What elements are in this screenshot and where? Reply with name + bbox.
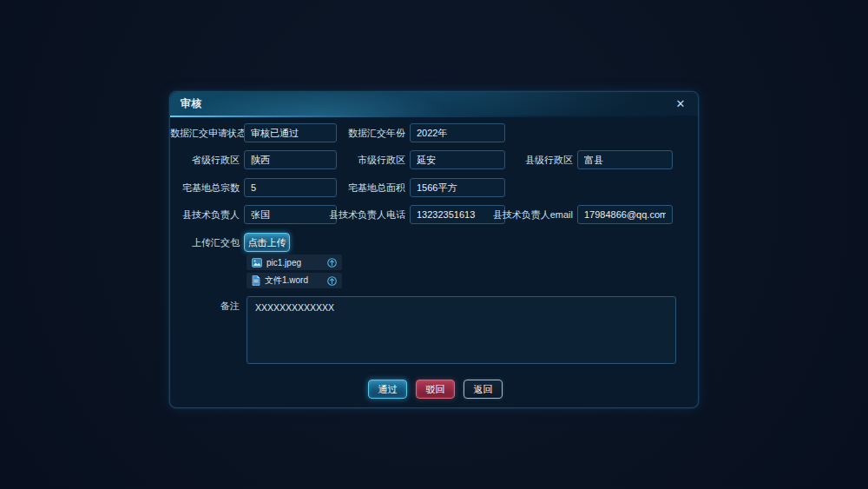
total-area-label: 宅基地总面积 — [300, 182, 410, 195]
modal-title: 审核 — [181, 96, 202, 111]
header-divider — [170, 116, 698, 117]
remark-textarea[interactable]: XXXXXXXXXXXXX — [247, 296, 676, 364]
close-icon[interactable]: ✕ — [674, 97, 687, 111]
modal-header: 审核 ✕ — [170, 92, 698, 116]
page-background: 审核 ✕ 数据汇交申请状态 数据汇交年份 省级行政区 市级行政区 县级行政区 宅 — [0, 0, 868, 489]
file-name: pic1.jpeg — [266, 258, 323, 268]
download-icon[interactable] — [327, 258, 337, 268]
image-file-icon — [252, 258, 262, 268]
tech-email-label: 县技术负责人email — [465, 208, 577, 221]
download-icon[interactable] — [327, 276, 337, 286]
parcel-count-label: 宅基地总宗数 — [170, 182, 244, 195]
total-area-input[interactable] — [410, 178, 505, 197]
file-name: 文件1.word — [265, 274, 323, 287]
apply-status-label: 数据汇交申请状态 — [170, 127, 244, 140]
field-county: 县级行政区 — [465, 150, 673, 169]
pass-button[interactable]: 通过 — [368, 380, 407, 399]
field-upload: 上传汇交包 点击上传 — [170, 233, 290, 252]
field-year: 数据汇交年份 — [300, 123, 505, 142]
field-total-area: 宅基地总面积 — [300, 178, 505, 197]
tech-email-input[interactable] — [577, 205, 673, 224]
uploaded-file-list: pic1.jpeg 文件1.word — [247, 254, 342, 291]
reject-button[interactable]: 驳回 — [416, 380, 455, 399]
upload-label: 上传汇交包 — [170, 236, 244, 249]
county-label: 县级行政区 — [465, 154, 577, 167]
tech-phone-label: 县技术负责人电话 — [300, 208, 410, 221]
file-row[interactable]: 文件1.word — [247, 273, 342, 288]
year-label: 数据汇交年份 — [300, 127, 410, 140]
word-file-icon — [252, 275, 260, 286]
tech-lead-label: 县技术负责人 — [170, 208, 244, 221]
city-label: 市级行政区 — [300, 154, 410, 167]
upload-button[interactable]: 点击上传 — [244, 233, 290, 252]
file-row[interactable]: pic1.jpeg — [247, 254, 342, 270]
province-label: 省级行政区 — [170, 154, 244, 167]
county-input[interactable] — [577, 150, 673, 169]
back-button[interactable]: 返回 — [464, 380, 503, 399]
remark-label: 备注 — [170, 300, 244, 313]
audit-modal: 审核 ✕ 数据汇交申请状态 数据汇交年份 省级行政区 市级行政区 县级行政区 宅 — [169, 91, 699, 408]
field-tech-email: 县技术负责人email — [465, 205, 673, 224]
year-input[interactable] — [410, 123, 505, 142]
